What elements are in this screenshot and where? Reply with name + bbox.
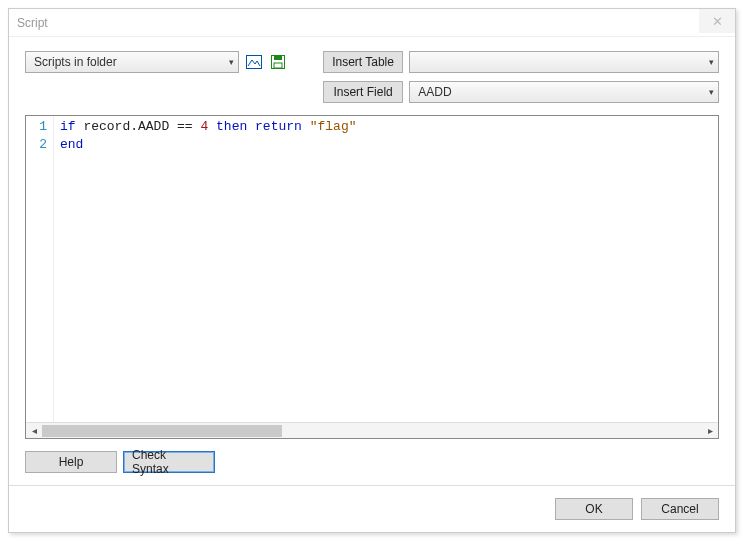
insert-field-label: Insert Field xyxy=(333,85,392,99)
editor-body: 12 if record.AADD == 4 then return "flag… xyxy=(26,116,718,422)
line-number: 2 xyxy=(26,136,47,154)
help-button[interactable]: Help xyxy=(25,451,117,473)
insert-field-combo[interactable]: AADD ▾ xyxy=(409,81,719,103)
cancel-label: Cancel xyxy=(661,502,698,516)
scroll-thumb[interactable] xyxy=(42,425,282,437)
insert-field-button[interactable]: Insert Field xyxy=(323,81,403,103)
left-cluster: Scripts in folder ▾ xyxy=(25,51,317,73)
line-gutter: 12 xyxy=(26,116,54,422)
chevron-down-icon: ▾ xyxy=(709,57,714,67)
ok-button[interactable]: OK xyxy=(555,498,633,520)
dialog-title: Script xyxy=(17,16,48,30)
close-icon: ✕ xyxy=(712,14,723,29)
insert-table-combo[interactable]: ▾ xyxy=(409,51,719,73)
insert-table-button[interactable]: Insert Table xyxy=(323,51,403,73)
svg-rect-3 xyxy=(274,63,282,68)
chevron-down-icon: ▾ xyxy=(709,87,714,97)
svg-rect-2 xyxy=(274,56,282,60)
scroll-right-arrow-icon[interactable]: ▸ xyxy=(702,423,718,439)
check-syntax-button[interactable]: Check Syntax xyxy=(123,451,215,473)
code-area[interactable]: if record.AADD == 4 then return "flag"en… xyxy=(54,116,718,422)
insert-field-value: AADD xyxy=(418,85,451,99)
help-label: Help xyxy=(59,455,84,469)
script-dialog: Script ✕ Scripts in folder ▾ Insert Tabl… xyxy=(8,8,736,533)
scripts-in-folder-combo[interactable]: Scripts in folder ▾ xyxy=(25,51,239,73)
insert-table-label: Insert Table xyxy=(332,55,394,69)
content-area: Scripts in folder ▾ Insert Table ▾ xyxy=(9,37,735,485)
open-image-icon[interactable] xyxy=(245,53,263,71)
top-row-1: Scripts in folder ▾ Insert Table ▾ xyxy=(25,49,719,75)
dialog-footer: OK Cancel xyxy=(9,485,735,532)
check-syntax-label: Check Syntax xyxy=(132,448,206,476)
close-button[interactable]: ✕ xyxy=(699,9,735,33)
code-line: if record.AADD == 4 then return "flag" xyxy=(60,118,712,136)
scroll-track[interactable] xyxy=(42,423,702,439)
ok-label: OK xyxy=(585,502,602,516)
horizontal-scrollbar[interactable]: ◂ ▸ xyxy=(26,422,718,438)
scroll-left-arrow-icon[interactable]: ◂ xyxy=(26,423,42,439)
save-icon[interactable] xyxy=(269,53,287,71)
editor-buttons: Help Check Syntax xyxy=(25,451,719,473)
code-line: end xyxy=(60,136,712,154)
scripts-combo-value: Scripts in folder xyxy=(34,55,117,69)
top-row-2: Insert Field AADD ▾ xyxy=(25,79,719,105)
cancel-button[interactable]: Cancel xyxy=(641,498,719,520)
chevron-down-icon: ▾ xyxy=(229,57,234,67)
titlebar: Script ✕ xyxy=(9,9,735,37)
line-number: 1 xyxy=(26,118,47,136)
script-editor[interactable]: 12 if record.AADD == 4 then return "flag… xyxy=(25,115,719,439)
